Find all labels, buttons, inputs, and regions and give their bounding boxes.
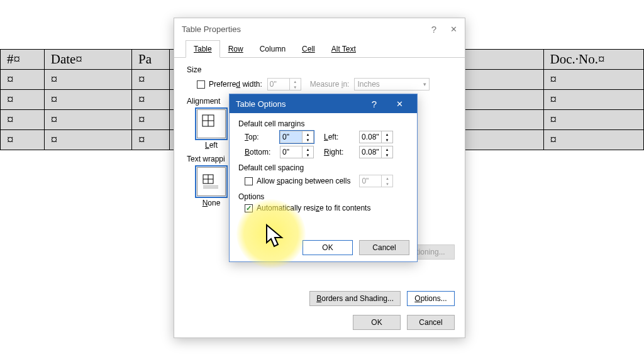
col-header: Date¤ <box>44 50 131 70</box>
margin-top-input[interactable] <box>280 131 302 143</box>
tab-alt-text[interactable]: Alt Text <box>323 40 364 58</box>
margin-bottom-spinner[interactable]: ▲▼ <box>280 146 314 158</box>
auto-resize-checkbox[interactable] <box>245 204 253 212</box>
options-ok-button[interactable]: OK <box>303 240 353 255</box>
allow-spacing-label: Allow spacing between cells <box>257 177 350 185</box>
options-section-label: Options <box>238 192 408 201</box>
margin-left-label: Left: <box>324 133 355 141</box>
margin-right-input[interactable] <box>360 146 381 158</box>
dialog-titlebar[interactable]: Table Properties <box>174 18 465 40</box>
col-header: #¤ <box>1 50 45 70</box>
col-header: Doc.·No.¤ <box>543 50 643 70</box>
measure-in-dropdown: Inches▾ <box>354 78 430 90</box>
spinner-down-icon[interactable]: ▼ <box>303 137 313 143</box>
margin-right-spinner[interactable]: ▲▼ <box>359 146 393 158</box>
dialog-title: Table Properties <box>182 25 241 34</box>
spinner-down-icon[interactable]: ▼ <box>303 152 313 158</box>
align-left-option[interactable] <box>197 109 226 138</box>
tab-cell[interactable]: Cell <box>294 40 323 58</box>
help-icon[interactable] <box>362 94 387 113</box>
options-titlebar[interactable]: Table Options <box>230 94 417 113</box>
default-spacing-label: Default cell spacing <box>238 163 408 172</box>
table-options-dialog: Table Options Default cell margins Top: … <box>229 94 418 262</box>
align-left-label: Left <box>197 141 226 150</box>
tab-table[interactable]: Table <box>186 40 220 58</box>
close-icon[interactable] <box>387 94 412 113</box>
close-icon[interactable] <box>450 25 457 34</box>
props-ok-button[interactable]: OK <box>353 315 401 330</box>
spinner-down-icon[interactable]: ▼ <box>382 137 392 143</box>
options-title: Table Options <box>236 99 286 109</box>
preferred-width-spinner: ▲▼ <box>267 78 301 90</box>
margin-bottom-input[interactable] <box>280 146 302 158</box>
spinner-up-icon[interactable]: ▲ <box>303 131 313 137</box>
options-button[interactable]: Options... <box>407 291 455 306</box>
margin-bottom-label: Bottom: <box>245 148 276 156</box>
spinner-up-icon[interactable]: ▲ <box>382 131 392 137</box>
options-cancel-button[interactable]: Cancel <box>359 240 409 255</box>
borders-shading-button[interactable]: Borders and Shading... <box>309 291 401 306</box>
measure-in-label: Measure in: <box>310 80 350 89</box>
preferred-width-checkbox[interactable]: Preferred width: <box>197 80 262 89</box>
margin-left-spinner[interactable]: ▲▼ <box>359 131 393 143</box>
help-icon[interactable] <box>431 24 436 35</box>
col-header: Pa <box>132 50 170 70</box>
margin-left-input[interactable] <box>360 131 381 143</box>
wrap-none-label: None <box>197 199 226 207</box>
spinner-up-icon[interactable]: ▲ <box>382 146 392 152</box>
margin-top-label: Top: <box>245 133 276 141</box>
spinner-up-icon[interactable]: ▲ <box>303 146 313 152</box>
wrap-none-option[interactable] <box>197 167 226 196</box>
auto-resize-label: Automatically resize to fit contents <box>257 204 370 212</box>
allow-spacing-checkbox[interactable] <box>245 177 253 185</box>
tab-row[interactable]: Row <box>220 40 252 58</box>
margin-right-label: Right: <box>324 148 355 156</box>
preferred-width-label: Preferred width: <box>209 80 262 89</box>
tab-strip: Table Row Column Cell Alt Text <box>174 40 465 58</box>
cell-spacing-spinner: ▲▼ <box>359 175 393 187</box>
tab-column[interactable]: Column <box>252 40 294 58</box>
props-cancel-button[interactable]: Cancel <box>407 315 455 330</box>
size-section-label: Size <box>187 65 452 74</box>
margin-top-spinner[interactable]: ▲▼ <box>280 131 314 143</box>
spinner-down-icon[interactable]: ▼ <box>382 152 392 158</box>
default-margins-label: Default cell margins <box>238 119 408 128</box>
